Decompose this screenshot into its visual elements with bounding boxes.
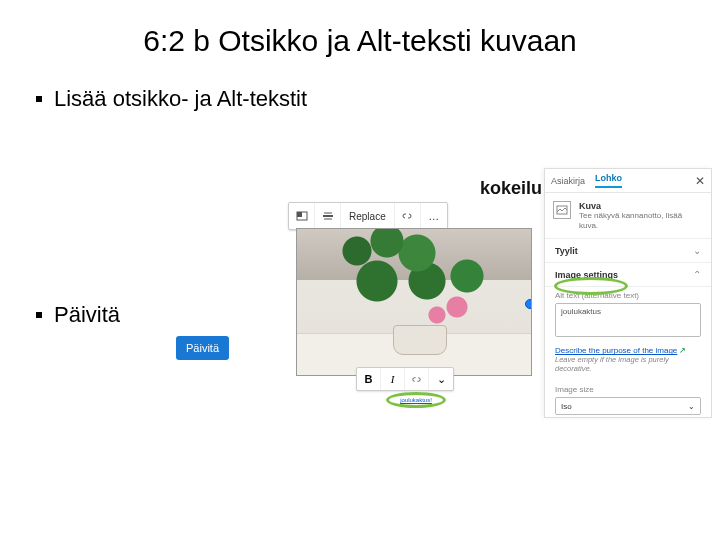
styles-heading: Tyylit <box>555 246 578 256</box>
chevron-down-icon: ⌄ <box>693 245 701 256</box>
bullet-1-text: Lisää otsikko- ja Alt-tekstit <box>54 86 307 112</box>
caption-highlight-oval: joulukaktus! <box>386 392 446 408</box>
image-size-select[interactable]: Iso ⌄ <box>555 397 701 415</box>
caption-toolbar: B I ⌄ <box>356 367 454 391</box>
chevron-up-icon: ⌃ <box>693 269 701 280</box>
selected-image[interactable] <box>296 228 532 376</box>
bullet-2-text: Päivitä <box>54 302 120 328</box>
caption-link-icon[interactable] <box>405 368 429 390</box>
svg-rect-1 <box>297 212 302 217</box>
image-settings-section[interactable]: Image settings ⌃ <box>545 263 711 287</box>
italic-button[interactable]: I <box>381 368 405 390</box>
pot-graphic <box>393 325 447 355</box>
image-size-label: Image size <box>555 385 701 394</box>
image-title-text: kokeilu <box>480 178 542 199</box>
bullet-dot-icon <box>36 312 42 318</box>
block-settings-panel: Asiakirja Lohko ✕ Kuva Tee näkyvä kannan… <box>544 168 712 418</box>
tab-document[interactable]: Asiakirja <box>551 176 585 186</box>
block-name: Kuva <box>579 201 703 211</box>
image-caption-text[interactable]: joulukaktus! <box>400 397 432 403</box>
styles-section[interactable]: Tyylit ⌄ <box>545 239 711 263</box>
tab-block[interactable]: Lohko <box>595 173 622 188</box>
align-icon[interactable] <box>289 203 315 229</box>
caption-chevron-down-icon[interactable]: ⌄ <box>429 368 453 390</box>
replace-button[interactable]: Replace <box>341 203 395 229</box>
resize-handle-icon[interactable] <box>525 299 532 309</box>
external-link-icon: ↗ <box>679 346 686 355</box>
purpose-link[interactable]: Describe the purpose of the image <box>555 346 677 355</box>
slide-title: 6:2 b Otsikko ja Alt-teksti kuvaan <box>36 24 684 58</box>
select-chevron-icon: ⌄ <box>688 402 695 411</box>
bullet-dot-icon <box>36 96 42 102</box>
block-description: Tee näkyvä kannanotto, lisää kuva. <box>579 211 703 230</box>
image-block-icon <box>553 201 571 219</box>
bullet-1: Lisää otsikko- ja Alt-tekstit <box>36 86 684 112</box>
update-button[interactable]: Päivitä <box>176 336 229 360</box>
block-toolbar: Replace … <box>288 202 448 230</box>
image-settings-heading: Image settings <box>555 270 618 280</box>
bold-button[interactable]: B <box>357 368 381 390</box>
image-size-value: Iso <box>561 402 572 411</box>
link-icon[interactable] <box>395 203 421 229</box>
more-icon[interactable]: … <box>421 203 447 229</box>
alt-hint-text: Leave empty if the image is purely decor… <box>555 355 701 373</box>
alt-text-input[interactable]: joulukaktus <box>555 303 701 337</box>
align-center-icon[interactable] <box>315 203 341 229</box>
alt-text-value: joulukaktus <box>561 307 601 316</box>
alt-text-label: Alt text (alternative text) <box>555 291 701 300</box>
close-icon[interactable]: ✕ <box>695 174 705 188</box>
